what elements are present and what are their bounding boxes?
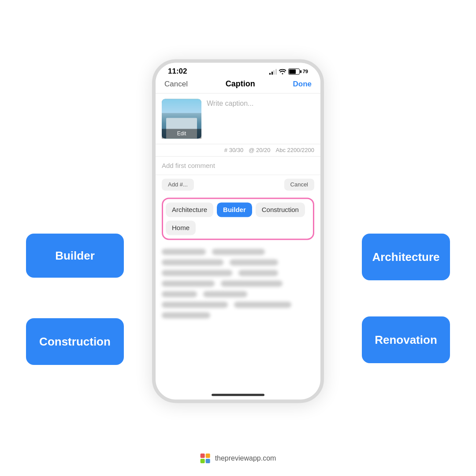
blur-item xyxy=(162,291,197,297)
footer: thepreviewapp.com xyxy=(200,453,276,464)
status-icons: 79 xyxy=(269,68,308,74)
blurred-list xyxy=(156,243,320,328)
caption-input[interactable]: Write caption... xyxy=(207,99,314,138)
scene: Builder Construction Architecture Renova… xyxy=(0,0,476,476)
blur-row-5 xyxy=(162,291,314,297)
blur-item xyxy=(162,312,210,318)
blur-item xyxy=(212,249,265,255)
app-logo xyxy=(200,453,211,464)
cancel-tag-button[interactable]: Cancel xyxy=(284,178,314,190)
status-time: 11:02 xyxy=(168,67,187,76)
blur-row-2 xyxy=(162,259,314,265)
tag-section: Add #... Cancel Architecture Builder Con… xyxy=(156,175,320,243)
blur-row-1 xyxy=(162,249,314,255)
blur-item xyxy=(162,270,232,276)
tag-pill-home[interactable]: Home xyxy=(166,220,196,235)
edit-overlay[interactable]: Edit xyxy=(162,129,201,138)
blur-item xyxy=(162,249,206,255)
blur-item xyxy=(162,280,215,286)
floating-badge-renovation: Renovation xyxy=(362,316,450,363)
tag-pill-architecture[interactable]: Architecture xyxy=(166,202,213,217)
signal-icon xyxy=(269,69,277,74)
phone-wrapper: 11:02 79 Ca xyxy=(152,59,324,403)
svg-rect-0 xyxy=(201,454,205,458)
svg-rect-1 xyxy=(206,454,210,458)
char-counter: Abc 2200/2200 xyxy=(276,147,314,153)
cancel-button[interactable]: Cancel xyxy=(164,80,188,89)
phone: 11:02 79 Ca xyxy=(152,59,324,403)
blur-item xyxy=(238,270,278,276)
counter-row: # 30/30 @ 20/20 Abc 2200/2200 xyxy=(156,144,320,156)
thumbnail-container: Edit xyxy=(162,99,201,138)
nav-title: Caption xyxy=(226,79,255,89)
blur-item xyxy=(203,291,247,297)
blur-row-7 xyxy=(162,312,314,318)
blur-item xyxy=(234,301,291,308)
blur-item xyxy=(221,280,283,286)
footer-text: thepreviewapp.com xyxy=(215,454,276,462)
blur-item xyxy=(162,301,228,308)
tag-pills-container: Architecture Builder Construction Home xyxy=(162,197,314,240)
blur-row-6 xyxy=(162,301,314,308)
floating-badge-architecture: Architecture xyxy=(362,234,450,280)
floating-badge-builder: Builder xyxy=(26,234,124,278)
blur-item xyxy=(230,259,278,265)
blur-row-3 xyxy=(162,270,314,276)
blur-row-4 xyxy=(162,280,314,286)
svg-rect-3 xyxy=(206,459,210,463)
floating-badge-construction: Construction xyxy=(26,318,124,365)
add-tag-row: Add #... Cancel xyxy=(162,178,314,194)
home-indicator xyxy=(212,394,264,396)
tag-pill-construction[interactable]: Construction xyxy=(256,202,305,217)
add-tag-button[interactable]: Add #... xyxy=(162,178,194,190)
done-button[interactable]: Done xyxy=(293,80,312,89)
blur-item xyxy=(162,259,223,265)
nav-bar: Cancel Caption Done xyxy=(156,78,320,93)
tag-pill-builder[interactable]: Builder xyxy=(217,202,252,217)
battery-percent: 79 xyxy=(303,69,308,74)
battery-icon xyxy=(288,68,300,74)
wifi-icon xyxy=(279,69,286,74)
svg-rect-2 xyxy=(201,459,205,463)
status-bar: 11:02 79 xyxy=(156,63,320,78)
add-comment[interactable]: Add first comment xyxy=(156,156,320,175)
caption-area: Edit Write caption... xyxy=(156,93,320,144)
mention-counter: @ 20/20 xyxy=(249,147,270,153)
hashtag-counter: # 30/30 xyxy=(224,147,243,153)
